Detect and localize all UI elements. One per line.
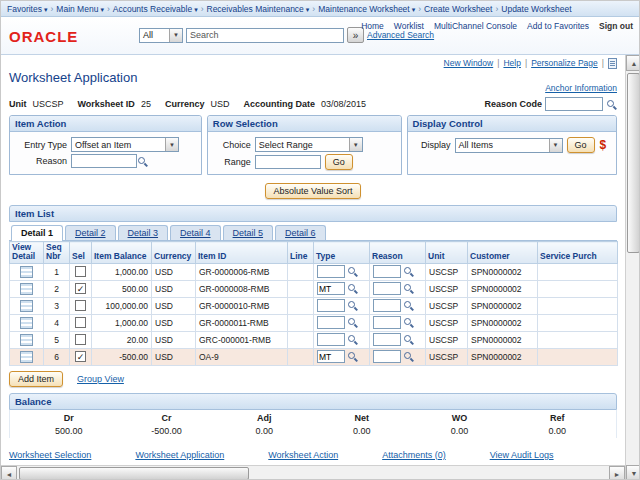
search-input[interactable] (186, 28, 344, 43)
lookup-icon[interactable] (403, 317, 414, 328)
select-checkbox[interactable] (75, 317, 86, 328)
view-detail-icon[interactable] (20, 300, 33, 312)
reason-code-input[interactable] (545, 97, 603, 111)
lookup-icon[interactable] (403, 266, 414, 277)
choice-value: Select Range (259, 140, 313, 150)
lookup-icon[interactable] (403, 351, 414, 362)
display-go-button[interactable]: Go (567, 137, 595, 153)
seq-nbr-cell: 6 (44, 348, 70, 365)
worksheet-nav-link[interactable]: Attachments (0) (382, 450, 446, 460)
topbar-link[interactable]: MultiChannel Console (434, 21, 517, 31)
lookup-icon[interactable] (403, 300, 414, 311)
breadcrumb-item[interactable]: Receivables Maintenance▾ (205, 4, 312, 14)
vertical-scrollbar[interactable]: ▲ ▼ (625, 55, 640, 480)
lookup-icon[interactable] (606, 99, 617, 110)
topbar-link[interactable]: Add to Favorites (527, 21, 589, 31)
lookup-icon[interactable] (403, 334, 414, 345)
breadcrumb-item[interactable]: Maintenance Worksheet▾ (316, 4, 417, 14)
choice-select[interactable]: Select Range ▼ (255, 137, 363, 152)
reason-input[interactable] (373, 265, 401, 278)
breadcrumb-item[interactable]: Favorites▾ (5, 4, 49, 14)
breadcrumb-item[interactable]: Update Worksheet (499, 4, 573, 14)
detail-tab[interactable]: Detail 6 (275, 225, 326, 240)
select-checkbox[interactable] (75, 351, 86, 362)
select-checkbox[interactable] (75, 266, 86, 277)
topbar-link[interactable]: Home (361, 21, 384, 31)
view-detail-icon[interactable] (20, 266, 33, 278)
reason-input[interactable] (373, 333, 401, 346)
scroll-up-arrow[interactable]: ▲ (626, 55, 640, 71)
currency-symbol-toggle-icon[interactable]: $ (600, 138, 607, 152)
lookup-icon[interactable] (137, 156, 148, 167)
worksheet-nav-link[interactable]: View Audit Logs (490, 450, 554, 460)
anchor-information-link[interactable]: Anchor Information (545, 83, 617, 93)
breadcrumb-item[interactable]: Main Menu▾ (54, 4, 106, 14)
group-view-link[interactable]: Group View (77, 374, 124, 384)
select-checkbox[interactable] (75, 334, 86, 345)
worksheet-nav-link[interactable]: Worksheet Application (135, 450, 224, 460)
worksheet-nav-link[interactable]: Worksheet Selection (9, 450, 91, 460)
balance-label: Dr (20, 413, 118, 423)
lookup-icon[interactable] (347, 300, 358, 311)
add-item-button[interactable]: Add Item (9, 371, 63, 387)
reason-input[interactable] (373, 316, 401, 329)
sign-out-link[interactable]: Sign out (599, 21, 633, 31)
type-input[interactable] (317, 265, 345, 278)
scroll-left-arrow[interactable]: ◄ (1, 466, 17, 480)
detail-tab[interactable]: Detail 4 (170, 225, 221, 240)
type-input[interactable] (317, 350, 345, 363)
absolute-value-sort-button[interactable]: Absolute Value Sort (265, 183, 362, 199)
currency-label: Currency (165, 99, 205, 109)
customer-cell: SPN0000002 (468, 280, 538, 297)
view-detail-icon[interactable] (20, 317, 33, 329)
lookup-icon[interactable] (347, 317, 358, 328)
range-input[interactable] (255, 155, 321, 169)
type-cell (314, 280, 370, 297)
type-input[interactable] (317, 316, 345, 329)
horizontal-scroll-thumb[interactable] (19, 467, 249, 480)
reason-input[interactable] (373, 299, 401, 312)
copy-url-icon[interactable] (608, 58, 617, 69)
vertical-scroll-thumb[interactable] (627, 73, 640, 253)
view-detail-icon[interactable] (20, 351, 33, 363)
reason-input[interactable] (373, 282, 401, 295)
page-utility-link[interactable]: New Window (444, 58, 494, 68)
lookup-icon[interactable] (347, 351, 358, 362)
type-input[interactable] (317, 282, 345, 295)
topbar-link[interactable]: Worklist (394, 21, 424, 31)
lookup-icon[interactable] (347, 266, 358, 277)
page-utility-link[interactable]: Help (503, 58, 520, 68)
lookup-icon[interactable] (347, 334, 358, 345)
view-detail-icon[interactable] (20, 334, 33, 346)
advanced-search-link[interactable]: Advanced Search (367, 30, 434, 40)
select-checkbox[interactable] (75, 283, 86, 294)
horizontal-scrollbar[interactable]: ◄ ► (1, 465, 625, 480)
range-go-button[interactable]: Go (325, 154, 353, 170)
lookup-icon[interactable] (403, 283, 414, 294)
scroll-right-arrow[interactable]: ► (609, 466, 625, 480)
lookup-icon[interactable] (347, 283, 358, 294)
breadcrumb-item[interactable]: Accounts Receivable▾ (111, 4, 200, 14)
line-cell (288, 331, 314, 348)
detail-tab[interactable]: Detail 5 (223, 225, 274, 240)
entry-type-select[interactable]: Offset an Item ▼ (71, 137, 179, 152)
unit-cell: USCSP (426, 348, 468, 365)
detail-tab[interactable]: Detail 1 (11, 225, 63, 241)
item-action-reason-input[interactable] (71, 154, 137, 168)
scroll-down-arrow[interactable]: ▼ (626, 465, 640, 480)
page-utility-link[interactable]: Personalize Page (531, 58, 598, 68)
breadcrumb-item[interactable]: Create Worksheet (422, 4, 494, 14)
chevron-down-icon: ▼ (549, 139, 562, 152)
search-scope-select[interactable]: All ▼ (139, 28, 183, 43)
select-checkbox[interactable] (75, 300, 86, 311)
unit-cell: USCSP (426, 297, 468, 314)
type-input[interactable] (317, 333, 345, 346)
worksheet-nav-link[interactable]: Worksheet Action (268, 450, 338, 460)
view-detail-icon[interactable] (20, 283, 33, 295)
detail-tab[interactable]: Detail 2 (65, 225, 116, 240)
reason-input[interactable] (373, 350, 401, 363)
grid-column-header: Currency (152, 242, 196, 264)
detail-tab[interactable]: Detail 3 (118, 225, 169, 240)
display-select[interactable]: All Items ▼ (455, 138, 563, 153)
type-input[interactable] (317, 299, 345, 312)
